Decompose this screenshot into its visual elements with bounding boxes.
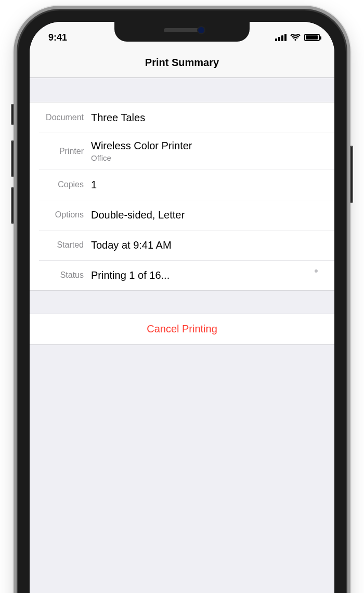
cancel-group: Cancel Printing — [30, 314, 334, 345]
battery-icon — [304, 34, 320, 41]
row-started-label: Started — [39, 240, 91, 250]
phone-body: 9:41 Print Summary Do — [18, 10, 346, 593]
notch — [114, 22, 250, 42]
row-status-value: Printing 1 of 16... — [91, 269, 310, 282]
volume-up-button — [11, 140, 14, 177]
content: Document Three Tales Printer Wireless Co… — [30, 78, 334, 345]
mute-switch — [11, 104, 14, 125]
wifi-icon — [290, 34, 301, 41]
row-document: Document Three Tales — [39, 102, 334, 133]
row-printer-sub: Office — [91, 153, 325, 163]
row-started: Started Today at 9:41 AM — [39, 230, 334, 260]
row-status: Status Printing 1 of 16... — [39, 260, 334, 290]
row-started-value: Today at 9:41 AM — [91, 239, 325, 252]
row-printer-label: Printer — [39, 147, 91, 156]
cellular-icon — [275, 34, 287, 41]
row-status-label: Status — [39, 270, 91, 280]
row-document-value: Three Tales — [91, 111, 325, 124]
nav-bar: Print Summary — [30, 48, 334, 78]
cancel-printing-button[interactable]: Cancel Printing — [30, 314, 334, 344]
volume-down-button — [11, 187, 14, 224]
row-printer-value: Wireless Color Printer Office — [91, 139, 325, 163]
device-frame: 9:41 Print Summary Do — [0, 0, 364, 593]
row-options-label: Options — [39, 210, 91, 220]
row-printer: Printer Wireless Color Printer Office — [39, 133, 334, 170]
screen: 9:41 Print Summary Do — [30, 22, 334, 593]
row-copies-value: 1 — [91, 178, 325, 191]
row-options: Options Double-sided, Letter — [39, 200, 334, 230]
side-button — [350, 146, 353, 203]
spinner-icon — [310, 269, 322, 281]
row-copies: Copies 1 — [39, 170, 334, 200]
print-details-group: Document Three Tales Printer Wireless Co… — [30, 102, 334, 291]
row-copies-label: Copies — [39, 180, 91, 189]
row-options-value: Double-sided, Letter — [91, 209, 325, 222]
page-title: Print Summary — [145, 57, 219, 69]
status-time: 9:41 — [48, 32, 67, 43]
row-document-label: Document — [39, 113, 91, 122]
